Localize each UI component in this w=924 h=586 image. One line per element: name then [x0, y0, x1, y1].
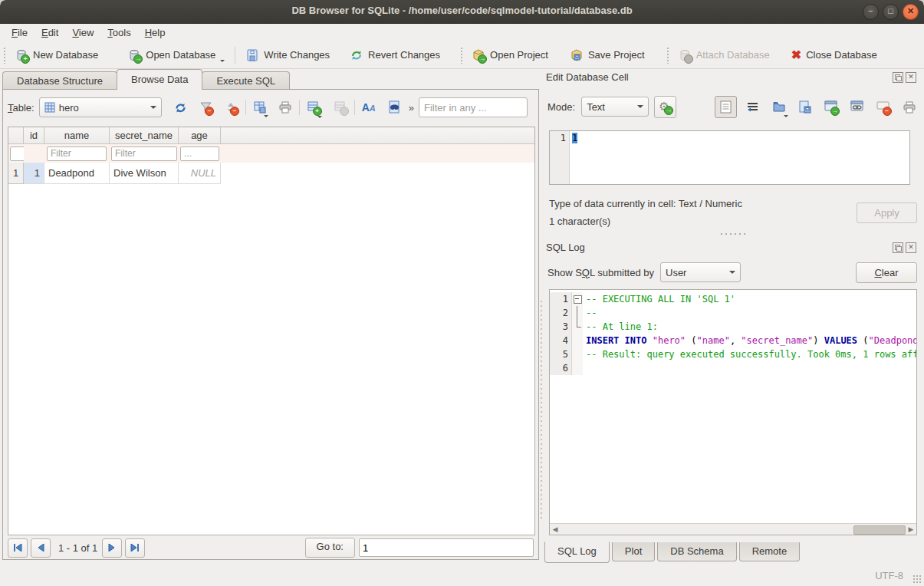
- title-bar: DB Browser for SQLite - /home/user/code/…: [0, 0, 924, 24]
- import-data-button[interactable]: [768, 97, 789, 117]
- open-database-icon: →: [127, 48, 141, 62]
- auto-apply-button[interactable]: ⚙ →: [654, 96, 676, 118]
- table-row: 1 1 Deadpond Dive Wilson NULL: [8, 163, 534, 184]
- goto-input[interactable]: [359, 538, 534, 557]
- column-header-id[interactable]: id: [24, 127, 44, 144]
- tab-browse-data[interactable]: Browse Data: [117, 69, 202, 90]
- save-project-button[interactable]: Save Project: [565, 45, 649, 65]
- minimize-button[interactable]: −: [863, 4, 879, 20]
- clear-filters-button[interactable]: −: [196, 97, 216, 117]
- browse-data-panel: Table: hero − −: [2, 89, 539, 560]
- sql-source-selector[interactable]: User: [660, 262, 741, 282]
- write-changes-button[interactable]: Write Changes: [241, 45, 334, 65]
- tab-execute-sql[interactable]: Execute SQL: [202, 71, 290, 90]
- toolbar-drag-handle: [666, 47, 670, 64]
- encoding-status: UTF-8: [875, 570, 903, 581]
- fold-marker-icon[interactable]: [572, 292, 583, 306]
- export-file-icon: [799, 100, 811, 114]
- column-header-secret-name[interactable]: secret_name: [110, 127, 179, 144]
- menu-help[interactable]: Help: [138, 25, 173, 40]
- close-database-button[interactable]: ✖ Close Database: [787, 45, 882, 65]
- clear-log-button[interactable]: Clear: [856, 262, 917, 283]
- attach-database-button[interactable]: Attach Database: [673, 45, 774, 65]
- text-mode-button[interactable]: [715, 96, 737, 118]
- maximize-button[interactable]: □: [883, 4, 899, 20]
- sql-line: 6: [550, 361, 916, 375]
- close-panel-icon[interactable]: ✕: [906, 72, 916, 83]
- float-panel-icon[interactable]: [893, 72, 903, 83]
- cell-editor[interactable]: 1 1: [549, 130, 910, 185]
- filter-input-name[interactable]: [47, 146, 107, 161]
- refresh-button[interactable]: [171, 97, 191, 117]
- menu-view[interactable]: View: [65, 25, 100, 40]
- set-null-icon: −: [876, 100, 890, 114]
- tab-database-structure[interactable]: Database Structure: [2, 71, 117, 90]
- open-database-dropdown-icon[interactable]: [220, 60, 225, 62]
- cell-id[interactable]: 1: [24, 163, 44, 184]
- filter-input-age[interactable]: [180, 146, 219, 161]
- first-record-button[interactable]: [8, 538, 28, 558]
- previous-record-button[interactable]: [31, 538, 51, 558]
- goto-button[interactable]: Go to:: [305, 538, 355, 558]
- cell-editor-content[interactable]: 1: [572, 133, 577, 143]
- dock-tab-bar: SQL Log Plot DB Schema Remote: [544, 542, 802, 563]
- row-header[interactable]: 1: [8, 163, 24, 184]
- cell-secret-name[interactable]: Dive Wilson: [110, 163, 179, 184]
- sql-log-editor[interactable]: 1 -- EXECUTING ALL IN 'SQL 1' 2 -- 3 -- …: [549, 289, 917, 535]
- open-project-button[interactable]: → Open Project: [467, 45, 553, 65]
- open-url-button[interactable]: [847, 97, 867, 117]
- scroll-right-icon[interactable]: ▶: [906, 525, 916, 534]
- new-database-button[interactable]: + New Database: [10, 45, 103, 65]
- dock-tab-remote[interactable]: Remote: [739, 542, 801, 561]
- delete-record-button[interactable]: [330, 97, 350, 117]
- filter-input-id[interactable]: [10, 146, 24, 161]
- menu-tools[interactable]: Tools: [100, 25, 137, 40]
- cell-age[interactable]: NULL: [179, 163, 221, 184]
- cell-editor-line-number: 1: [550, 131, 570, 184]
- splitter-handle[interactable]: [719, 232, 745, 235]
- open-project-icon: →: [472, 48, 485, 62]
- cell-name[interactable]: Deadpond: [44, 163, 110, 184]
- scrollbar-thumb[interactable]: [853, 525, 906, 535]
- export-table-button[interactable]: [250, 97, 270, 117]
- menu-file[interactable]: File: [5, 25, 35, 40]
- filter-input-secret-name[interactable]: [111, 146, 177, 161]
- resize-grip[interactable]: [912, 574, 922, 584]
- table-selector[interactable]: hero: [39, 97, 162, 117]
- insert-record-button[interactable]: +: [304, 97, 324, 117]
- menu-edit[interactable]: Edit: [35, 25, 65, 40]
- print-cell-button[interactable]: [899, 97, 919, 117]
- filter-any-input[interactable]: [419, 97, 528, 117]
- dock-tab-sql-log[interactable]: SQL Log: [544, 542, 610, 563]
- float-panel-icon[interactable]: [893, 242, 903, 253]
- print-button[interactable]: [275, 97, 295, 117]
- revert-changes-button[interactable]: Revert Changes: [345, 45, 445, 65]
- close-panel-icon[interactable]: ✕: [906, 242, 916, 253]
- close-button[interactable]: ✕: [903, 4, 919, 20]
- column-header-age[interactable]: age: [179, 127, 221, 144]
- format-toggle-button[interactable]: AA: [359, 97, 379, 117]
- close-database-icon: ✖: [791, 48, 801, 62]
- clear-sorting-button[interactable]: −: [222, 97, 242, 117]
- toolbar-overflow-chevron[interactable]: »: [409, 102, 414, 114]
- export-data-button[interactable]: [794, 97, 815, 117]
- scroll-left-icon[interactable]: ◀: [551, 525, 560, 534]
- next-record-button[interactable]: [102, 538, 122, 558]
- set-null-button[interactable]: −: [873, 97, 893, 117]
- main-toolbar: + New Database → Open Database Write Cha…: [0, 41, 924, 69]
- corner-header[interactable]: [8, 127, 24, 144]
- first-record-icon: [13, 544, 22, 551]
- find-in-table-button[interactable]: [384, 97, 404, 117]
- apply-button[interactable]: Apply: [857, 202, 917, 223]
- mode-row: Mode: Text ⚙ →: [547, 96, 676, 117]
- dock-tab-plot[interactable]: Plot: [612, 542, 655, 561]
- column-header-name[interactable]: name: [44, 127, 110, 144]
- open-database-button[interactable]: → Open Database: [123, 45, 229, 65]
- dock-tab-db-schema[interactable]: DB Schema: [657, 542, 736, 561]
- last-record-button[interactable]: [125, 538, 145, 558]
- vertical-splitter-handle[interactable]: [540, 299, 543, 522]
- copy-to-external-button[interactable]: →: [820, 97, 841, 117]
- mode-selector[interactable]: Text: [581, 97, 649, 117]
- word-wrap-button[interactable]: [742, 97, 763, 117]
- horizontal-scrollbar[interactable]: ◀ ▶: [550, 523, 916, 535]
